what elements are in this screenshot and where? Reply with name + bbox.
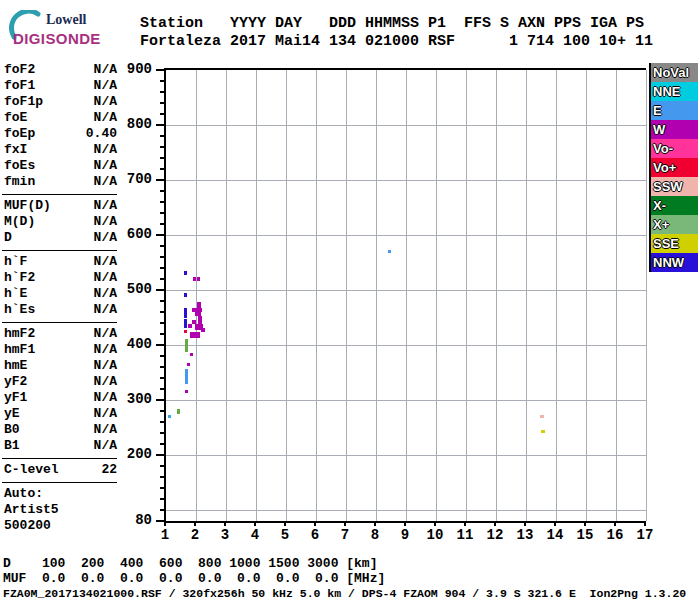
x-axis: 1234567891011121314151617 — [164, 519, 646, 547]
param-label: h`F2 — [4, 270, 35, 286]
param-label: foF1p — [4, 94, 43, 110]
gridline-vertical — [526, 70, 527, 521]
param-label: foEp — [4, 126, 35, 142]
param-label: h`F — [4, 254, 27, 270]
param-label: M(D) — [4, 214, 35, 230]
param-row: h`F2N/A — [4, 270, 117, 286]
param-row: B1N/A — [4, 438, 117, 454]
param-label: fmin — [4, 174, 35, 190]
gridline-vertical — [226, 70, 227, 521]
param-separator — [2, 194, 117, 195]
x-tick-label: 16 — [607, 527, 624, 543]
param-label: foF2 — [4, 62, 35, 78]
param-value: N/A — [94, 422, 117, 438]
param-value: N/A — [94, 230, 117, 246]
param-label: Auto: — [4, 486, 43, 502]
param-value: N/A — [94, 302, 117, 318]
param-row: hmF1N/A — [4, 342, 117, 358]
legend-item-x-: X- — [651, 196, 698, 215]
param-row: hmEN/A — [4, 358, 117, 374]
param-value: N/A — [94, 326, 117, 342]
param-label: foE — [4, 110, 27, 126]
param-value: N/A — [94, 438, 117, 454]
y-tick — [156, 124, 164, 126]
x-tick — [254, 521, 256, 526]
ionogram-plot — [164, 68, 646, 523]
param-value: N/A — [94, 270, 117, 286]
param-label: 500200 — [4, 518, 51, 534]
param-value: N/A — [94, 174, 117, 190]
param-value: N/A — [94, 78, 117, 94]
param-row: yF1N/A — [4, 390, 117, 406]
param-panel: foF2N/AfoF1N/AfoF1pN/AfoEN/AfoEp0.40fxIN… — [4, 62, 117, 534]
y-tick-label: 600 — [127, 226, 152, 242]
data-point — [185, 390, 188, 393]
x-tick-label: 9 — [401, 527, 409, 543]
data-point — [541, 430, 545, 433]
data-point — [188, 324, 192, 328]
gridline-vertical — [196, 70, 197, 521]
param-value: N/A — [94, 214, 117, 230]
header-line-2: Fortaleza 2017 Mai14 134 021000 RSF 1 71… — [140, 33, 653, 51]
header-block: Station YYYY DAY DDD HHMMSS P1 FFS S AXN… — [140, 15, 653, 51]
x-tick-label: 11 — [457, 527, 474, 543]
param-row: M(D)N/A — [4, 214, 117, 230]
param-value: N/A — [94, 286, 117, 302]
x-tick-label: 6 — [311, 527, 319, 543]
param-row: fxIN/A — [4, 142, 117, 158]
gridline-horizontal — [166, 290, 646, 291]
param-separator — [2, 482, 117, 483]
legend-item-sse: SSE — [651, 234, 698, 253]
param-row: h`EN/A — [4, 286, 117, 302]
param-row: yEN/A — [4, 406, 117, 422]
data-point — [190, 332, 200, 338]
param-value: 0.40 — [86, 126, 117, 142]
param-label: hmE — [4, 358, 27, 374]
ionogram-screen: Lowell DIGISONDE Station YYYY DAY DDD HH… — [0, 0, 700, 600]
y-tick — [156, 179, 164, 181]
x-tick — [494, 521, 496, 526]
param-label: yF2 — [4, 374, 27, 390]
x-tick — [224, 521, 226, 526]
x-tick — [554, 521, 556, 526]
param-label: D — [4, 230, 12, 246]
param-row: B0N/A — [4, 422, 117, 438]
param-row: 500200 — [4, 518, 117, 534]
param-row: foF2N/A — [4, 62, 117, 78]
param-row: Auto: — [4, 486, 117, 502]
x-tick — [344, 521, 346, 526]
data-point — [201, 328, 205, 332]
x-tick-label: 7 — [341, 527, 349, 543]
param-value: N/A — [94, 94, 117, 110]
data-point — [184, 330, 187, 333]
param-value: N/A — [94, 342, 117, 358]
param-separator — [2, 458, 117, 459]
x-tick-label: 13 — [517, 527, 534, 543]
param-value: N/A — [94, 142, 117, 158]
data-point — [184, 293, 187, 297]
legend-item-e: E — [651, 101, 698, 120]
param-label: yF1 — [4, 390, 27, 406]
x-tick — [194, 521, 196, 526]
x-tick-label: 15 — [577, 527, 594, 543]
y-tick — [156, 344, 164, 346]
logo-lowell-text: Lowell — [46, 12, 86, 28]
param-label: B0 — [4, 422, 20, 438]
param-value: N/A — [94, 254, 117, 270]
data-point — [540, 415, 544, 418]
legend-item-x+: X+ — [651, 215, 698, 234]
data-point — [187, 363, 190, 366]
param-value: 22 — [101, 462, 117, 478]
param-row: h`EsN/A — [4, 302, 117, 318]
param-label: fxI — [4, 142, 27, 158]
y-tick — [156, 454, 164, 456]
data-point — [185, 339, 188, 352]
y-tick — [156, 69, 164, 71]
y-tick — [156, 289, 164, 291]
gridline-vertical — [406, 70, 407, 521]
y-tick-label: 500 — [127, 281, 152, 297]
gridline-vertical — [286, 70, 287, 521]
gridline-vertical — [556, 70, 557, 521]
y-tick-label: 900 — [127, 61, 152, 77]
legend-item-ssw: SSW — [651, 177, 698, 196]
